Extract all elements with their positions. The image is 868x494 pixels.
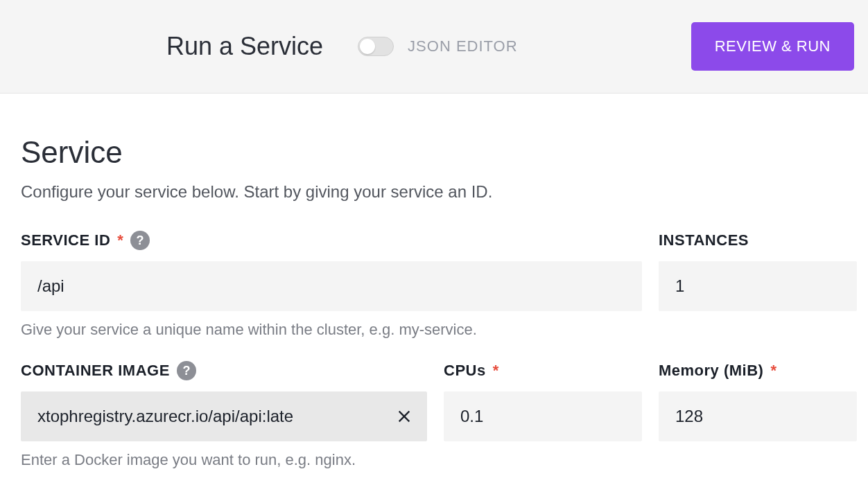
memory-field: Memory (MiB) * [659, 360, 857, 441]
container-image-input[interactable] [21, 391, 381, 441]
header-inner: Run a Service JSON EDITOR REVIEW & RUN [14, 22, 854, 71]
service-id-hint: Give your service a unique name within t… [21, 321, 642, 339]
service-id-label-row: SERVICE ID * ? [21, 229, 642, 252]
json-editor-label: JSON EDITOR [408, 37, 518, 55]
container-image-input-wrap [21, 391, 427, 441]
header-bar: Run a Service JSON EDITOR REVIEW & RUN [0, 0, 868, 94]
required-icon: * [770, 362, 776, 380]
help-icon[interactable]: ? [130, 231, 150, 250]
row-id-instances: SERVICE ID * ? Give your service a uniqu… [21, 229, 847, 339]
close-icon [397, 409, 412, 424]
required-icon: * [117, 231, 123, 249]
instances-label: INSTANCES [659, 231, 749, 249]
required-icon: * [493, 362, 499, 380]
row-image-cpu-mem: CONTAINER IMAGE ? Enter a Docker image y… [21, 360, 847, 469]
form-content: Service Configure your service below. St… [0, 94, 868, 494]
memory-label-row: Memory (MiB) * [659, 360, 857, 382]
cpus-label-row: CPUs * [444, 360, 642, 382]
clear-input-button[interactable] [381, 409, 427, 424]
memory-label: Memory (MiB) [659, 362, 763, 380]
service-id-input[interactable] [21, 261, 642, 311]
instances-input[interactable] [659, 261, 857, 311]
cpus-input[interactable] [444, 391, 642, 441]
help-icon[interactable]: ? [177, 361, 196, 380]
memory-input[interactable] [659, 391, 857, 441]
json-editor-toggle[interactable] [358, 37, 394, 56]
cpus-label: CPUs [444, 362, 486, 380]
review-run-button[interactable]: REVIEW & RUN [691, 22, 854, 71]
container-image-label: CONTAINER IMAGE [21, 362, 170, 380]
page-title: Run a Service [166, 32, 323, 61]
cpus-field: CPUs * [444, 360, 642, 441]
container-image-field: CONTAINER IMAGE ? Enter a Docker image y… [21, 360, 427, 469]
header-center: Run a Service JSON EDITOR [14, 32, 670, 61]
service-description: Configure your service below. Start by g… [21, 182, 847, 202]
container-image-hint: Enter a Docker image you want to run, e.… [21, 451, 427, 469]
service-id-field: SERVICE ID * ? Give your service a uniqu… [21, 229, 642, 339]
toggle-knob [360, 39, 375, 54]
service-heading: Service [21, 135, 847, 170]
instances-label-row: INSTANCES [659, 229, 857, 252]
container-image-label-row: CONTAINER IMAGE ? [21, 360, 427, 382]
instances-field: INSTANCES [659, 229, 857, 311]
service-id-label: SERVICE ID [21, 231, 110, 249]
